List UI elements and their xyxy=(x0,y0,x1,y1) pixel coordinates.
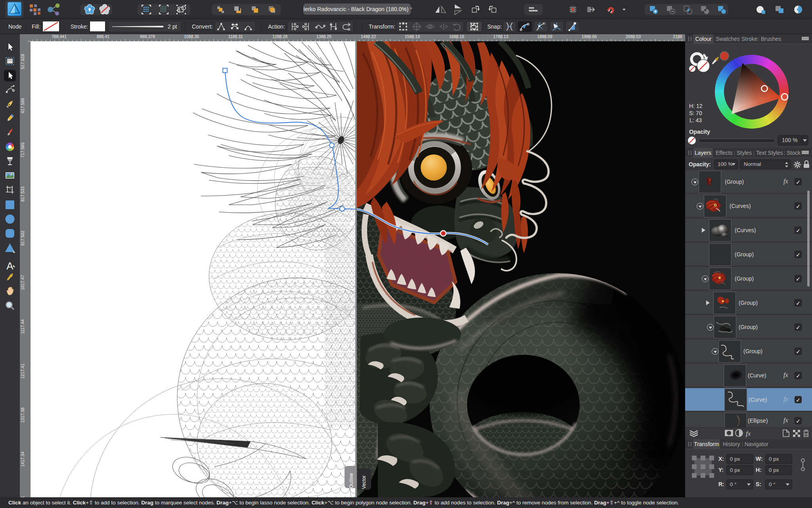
svg-text:2188: 2188 xyxy=(673,34,682,39)
svg-text:1788.13: 1788.13 xyxy=(493,34,508,39)
svg-text:fx: fx xyxy=(746,430,751,437)
svg-text:Vector: Vector xyxy=(361,475,367,489)
svg-text:H: 12: H: 12 xyxy=(689,103,703,109)
svg-text:1888.09: 1888.09 xyxy=(537,34,552,39)
svg-text:1688.16: 1688.16 xyxy=(449,34,464,39)
svg-text:1117.44: 1117.44 xyxy=(20,319,25,334)
svg-text:1088.35: 1088.35 xyxy=(184,34,199,39)
svg-text:788.441: 788.441 xyxy=(52,34,67,39)
svg-text:1488.22: 1488.22 xyxy=(361,34,376,39)
svg-text:Opacity: Opacity xyxy=(689,129,710,135)
svg-text:S: 70: S: 70 xyxy=(689,110,702,116)
svg-text:A: A xyxy=(6,260,13,272)
svg-text:917.502: 917.502 xyxy=(20,231,25,246)
svg-text:2088.03: 2088.03 xyxy=(626,34,641,39)
svg-text:1988.06: 1988.06 xyxy=(582,34,597,39)
svg-text:617.596: 617.596 xyxy=(20,98,25,113)
svg-text:Outline: Outline xyxy=(349,473,354,488)
svg-text:L: 43: L: 43 xyxy=(689,117,702,123)
svg-text:2 pt: 2 pt xyxy=(168,23,177,30)
svg-text:1017.47: 1017.47 xyxy=(20,275,25,290)
svg-text:1417.34: 1417.34 xyxy=(20,452,25,467)
svg-text:1217.41: 1217.41 xyxy=(20,364,25,379)
svg-text:1288.28: 1288.28 xyxy=(272,34,287,39)
svg-text:888.41: 888.41 xyxy=(97,34,109,39)
svg-text:1588.19: 1588.19 xyxy=(405,34,420,39)
svg-text:100 %: 100 % xyxy=(782,137,798,143)
svg-text:1188.31: 1188.31 xyxy=(228,34,243,39)
svg-text:717.565: 717.565 xyxy=(20,142,25,158)
svg-text:1317.38: 1317.38 xyxy=(20,408,25,423)
svg-text:517.628: 517.628 xyxy=(20,54,25,69)
svg-text:988.378: 988.378 xyxy=(140,34,155,39)
svg-text:1388.25: 1388.25 xyxy=(316,34,331,39)
svg-text:817.533: 817.533 xyxy=(20,187,25,202)
